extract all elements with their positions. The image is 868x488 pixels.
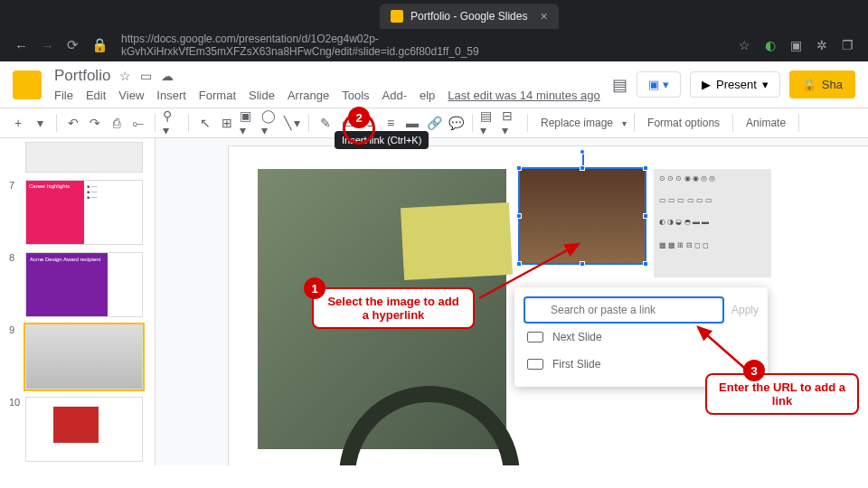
address-bar: ← → ⟳ 🔒 https://docs.google.com/presenta… — [0, 29, 868, 61]
thumb-num: 10 — [9, 397, 20, 462]
postit-shape — [401, 202, 513, 280]
ext2-icon[interactable]: ▣ — [790, 38, 802, 52]
doc-header: Portfolio ☆ ▭ ☁ File Edit View Insert Fo… — [0, 61, 868, 102]
ext4-icon[interactable]: ❐ — [842, 38, 854, 52]
doc-title[interactable]: Portfolio — [54, 67, 110, 85]
insert-link-popover: ⚲ Apply Next Slide First Slide — [514, 287, 768, 387]
slide-canvas[interactable]: ⊙ ⊙ ⊙ ◉ ◉ ◎ ◎ ▭ ▭ ▭ ▭ ▭ ▭ ◐ ◑ ◒ ◓ ▬ ▬ ▩ … — [156, 138, 868, 465]
star-icon[interactable]: ☆ — [119, 69, 131, 83]
toolbar: + ▾ ↶ ↷ ⎙ ⟜ ⚲ ▾ ↖ ⊞ ▣ ▾ ◯ ▾ ╲ ▾ ✎ ▭ ⟲ ≡ … — [0, 108, 868, 138]
shape-icon[interactable]: ◯ ▾ — [261, 114, 279, 132]
resize-handle[interactable] — [516, 213, 522, 219]
menu-format[interactable]: Format — [199, 89, 236, 102]
thumb-num: 8 — [9, 252, 20, 317]
resize-handle[interactable] — [516, 165, 522, 171]
back-icon[interactable]: ← — [14, 38, 28, 53]
print-icon[interactable]: ⎙ — [108, 114, 126, 132]
link-icon[interactable]: 🔗 — [425, 114, 443, 132]
format-options-button[interactable]: Format options — [642, 117, 725, 129]
tab-title: Portfolio - Google Slides — [410, 10, 527, 23]
replace-image-button[interactable]: Replace image — [535, 117, 618, 129]
resize-handle[interactable] — [643, 213, 648, 219]
menu-tools[interactable]: Tools — [342, 89, 369, 102]
resize-handle[interactable] — [643, 165, 648, 171]
new-slide-icon[interactable]: + — [9, 114, 27, 132]
slide-thumbnails: 7 Career highlights■ ──■ ──■ ── 8 Acme D… — [0, 138, 156, 465]
resize-handle[interactable] — [580, 165, 585, 171]
browser-tab[interactable]: Portfolio - Google Slides × — [380, 4, 559, 29]
comments-icon[interactable]: ▤ — [612, 75, 627, 95]
menu-view[interactable]: View — [118, 89, 144, 102]
slides-app: Portfolio ☆ ▭ ☁ File Edit View Insert Fo… — [0, 61, 868, 488]
resize-handle[interactable] — [516, 261, 522, 267]
image-icon[interactable]: ▣ ▾ — [240, 114, 258, 132]
crop-icon[interactable]: ✎ — [316, 114, 335, 132]
menu-file[interactable]: File — [54, 89, 73, 102]
menu-arrange[interactable]: Arrange — [288, 89, 329, 102]
slide-thumb-9[interactable] — [25, 324, 143, 389]
rotate-handle[interactable] — [580, 149, 585, 155]
chevron-down-icon[interactable]: ▾ — [31, 114, 49, 132]
ext3-icon[interactable]: ✲ — [816, 38, 827, 52]
comment-icon[interactable]: 💬 — [447, 114, 465, 132]
undo-icon[interactable]: ↶ — [64, 114, 82, 132]
forward-icon[interactable]: → — [41, 38, 54, 53]
ext1-icon[interactable]: ◐ — [765, 38, 776, 52]
distribute-icon[interactable]: ⊟ ▾ — [502, 114, 520, 132]
slides-logo-icon[interactable] — [13, 70, 42, 99]
thumb-num: 9 — [9, 324, 20, 389]
line-icon[interactable]: ╲ ▾ — [283, 114, 301, 132]
annotation-text-1: Select the image to add a hyperlink — [312, 287, 475, 329]
move-icon[interactable]: ▭ — [140, 69, 152, 83]
menu-help[interactable]: elp — [420, 89, 435, 102]
cloud-icon[interactable]: ☁ — [161, 69, 174, 83]
menu-insert[interactable]: Insert — [156, 89, 186, 102]
close-tab-icon[interactable]: × — [540, 9, 547, 23]
thumb-num — [9, 142, 20, 173]
browser-extensions: ☆ ◐ ▣ ✲ ❐ — [739, 38, 854, 52]
align-icon[interactable]: ▤ ▾ — [480, 114, 498, 132]
slides-favicon — [391, 10, 403, 23]
menu-edit[interactable]: Edit — [86, 89, 106, 102]
annotation-badge-1: 1 — [304, 277, 326, 299]
slide-thumb-6-partial[interactable] — [25, 142, 143, 173]
slide-icon — [527, 359, 543, 370]
slide-image-selected[interactable] — [520, 169, 645, 263]
tab-strip: Portfolio - Google Slides × — [0, 0, 868, 29]
slide-icon — [527, 332, 543, 343]
select-icon[interactable]: ↖ — [196, 114, 214, 132]
apply-button[interactable]: Apply — [731, 304, 759, 316]
slide-thumb-7[interactable]: Career highlights■ ──■ ──■ ── — [25, 180, 143, 245]
textbox-icon[interactable]: ⊞ — [218, 114, 236, 132]
share-button[interactable]: 🔒 Sha — [789, 70, 855, 99]
slide-image-knolling[interactable]: ⊙ ⊙ ⊙ ◉ ◉ ◎ ◎ ▭ ▭ ▭ ▭ ▭ ▭ ◐ ◑ ◒ ◓ ▬ ▬ ▩ … — [654, 169, 771, 277]
menu-addons[interactable]: Add- — [382, 89, 407, 102]
url-text[interactable]: https://docs.google.com/presentation/d/1… — [121, 33, 726, 58]
last-edit-link[interactable]: Last edit was 14 minutes ago — [448, 89, 599, 102]
meet-button[interactable]: ▣ ▾ — [637, 71, 681, 98]
annotation-badge-3: 3 — [743, 360, 765, 381]
paint-icon[interactable]: ⟜ — [129, 114, 147, 132]
zoom-icon[interactable]: ⚲ ▾ — [163, 114, 181, 132]
animate-button[interactable]: Animate — [741, 117, 791, 129]
menu-bar: File Edit View Insert Format Slide Arran… — [54, 89, 612, 102]
link-url-input[interactable] — [524, 296, 724, 324]
border-weight-icon[interactable]: ▬ — [403, 114, 421, 132]
slide-thumb-8[interactable]: Acme Design Award recipient — [25, 252, 143, 317]
bookmark-icon[interactable]: ☆ — [739, 38, 750, 52]
redo-icon[interactable]: ↷ — [86, 114, 104, 132]
resize-handle[interactable] — [580, 261, 585, 267]
resize-handle[interactable] — [643, 261, 648, 267]
reload-icon[interactable]: ⟳ — [67, 37, 79, 53]
arc-shape — [339, 386, 520, 465]
slide-thumb-10[interactable] — [25, 397, 143, 462]
rotate-stem — [582, 153, 584, 165]
thumb-num: 7 — [9, 180, 20, 245]
link-next-slide[interactable]: Next Slide — [524, 324, 759, 351]
present-button[interactable]: ▶ Present ▾ — [690, 71, 780, 98]
annotation-text-3: Enter the URL to add a link — [705, 373, 859, 415]
lock-icon: 🔒 — [91, 37, 108, 53]
menu-slide[interactable]: Slide — [249, 89, 275, 102]
annotation-badge-2: 2 — [348, 107, 370, 128]
border-color-icon[interactable]: ≡ — [382, 114, 400, 132]
